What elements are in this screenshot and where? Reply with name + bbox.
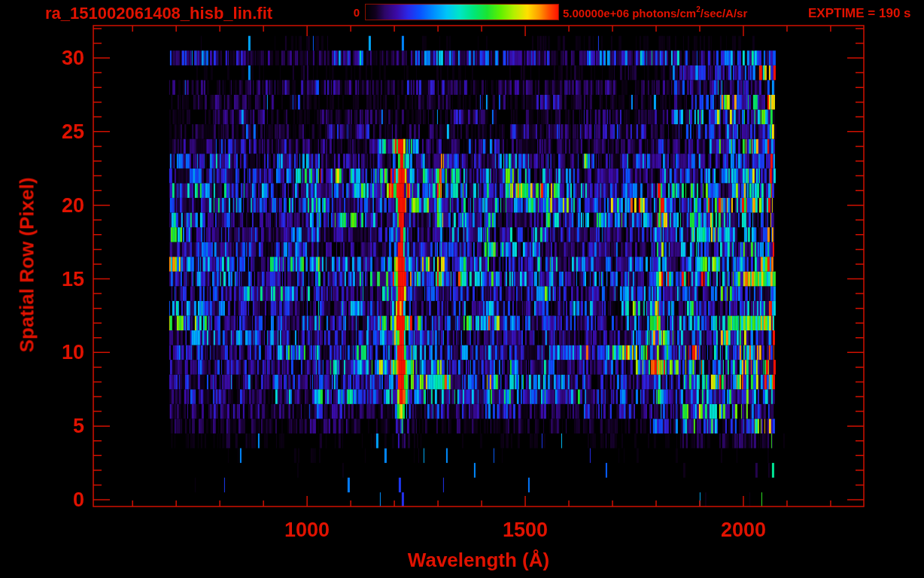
file-title: ra_151002061408_hisb_lin.fit xyxy=(45,4,272,23)
y-tick-label: 10 xyxy=(30,341,84,364)
x-tick-label: 1000 xyxy=(254,520,360,540)
colorbar-max-label-prefix: 5.00000e+06 photons/cm xyxy=(563,7,696,20)
colorbar-max-unit-exponent: 2 xyxy=(696,5,701,14)
y-tick-label: 30 xyxy=(30,47,84,69)
x-tick-label: 2000 xyxy=(691,520,796,540)
x-axis-title: Wavelength (Å) xyxy=(93,549,864,572)
colorbar-min-label: 0 xyxy=(331,6,360,19)
y-tick-label: 0 xyxy=(30,488,84,511)
y-tick-label: 25 xyxy=(30,120,84,143)
spectrum-heatmap-canvas xyxy=(0,0,924,578)
x-tick-label: 1500 xyxy=(473,520,578,540)
colorbar-gradient xyxy=(365,4,559,20)
y-tick-label: 15 xyxy=(30,268,84,291)
exptime-label: EXPTIME = 190 s xyxy=(808,6,911,21)
y-tick-label: 5 xyxy=(30,415,84,437)
colorbar-max-label-suffix: /sec/A/sr xyxy=(701,7,748,20)
colorbar-max-label: 5.00000e+06 photons/cm2/sec/A/sr xyxy=(563,6,747,20)
y-tick-label: 20 xyxy=(30,194,84,217)
spectral-image-viewer: ra_151002061408_hisb_lin.fit 0 5.00000e+… xyxy=(0,0,924,578)
